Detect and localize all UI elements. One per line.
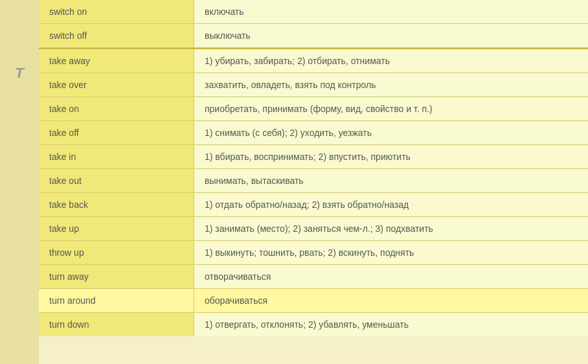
phrase-table: switch onвключатьswitch offвыключатьtake… [39, 0, 588, 336]
phrase-row[interactable]: take up1) занимать (место); 2) заняться … [39, 217, 588, 241]
page-wrapper: T switch onвключатьswitch offвыключатьta… [0, 0, 588, 364]
phrase-row[interactable]: take back1) отдать обратно/назад; 2) взя… [39, 193, 588, 217]
phrase-english-turn-down: turn down [39, 313, 194, 336]
phrase-english-take-up: take up [39, 217, 194, 240]
phrase-russian-switch-on: включать [194, 0, 588, 23]
phrase-row[interactable]: take off1) снимать (с себя); 2) уходить,… [39, 121, 588, 145]
phrase-row[interactable]: switch offвыключать [39, 24, 588, 48]
phrase-row[interactable]: take outвынимать, вытаскивать [39, 169, 588, 193]
phrase-row[interactable]: take onприобретать, принимать (форму, ви… [39, 97, 588, 121]
phrase-row[interactable]: take in1) вбирать, воспринимать; 2) впус… [39, 145, 588, 169]
phrase-english-take-back: take back [39, 193, 194, 216]
phrase-english-take-on: take on [39, 97, 194, 120]
phrase-row[interactable]: switch onвключать [39, 0, 588, 24]
phrase-russian-take-back: 1) отдать обратно/назад; 2) взять обратн… [194, 193, 588, 216]
letter-sidebar: T [0, 0, 39, 364]
content-area: switch onвключатьswitch offвыключатьtake… [39, 0, 588, 364]
phrase-russian-turn-around: оборачиваться [194, 289, 588, 312]
phrase-english-take-in: take in [39, 145, 194, 168]
phrase-english-throw-up: throw up [39, 241, 194, 264]
letter-marker: T [15, 65, 23, 82]
phrase-english-take-off: take off [39, 121, 194, 144]
phrase-row[interactable]: take away1) убирать, забирать; 2) отбира… [39, 48, 588, 73]
phrase-russian-throw-up: 1) выкинуть; тошнить, рвать; 2) вскинуть… [194, 241, 588, 264]
phrase-russian-take-on: приобретать, принимать (форму, вид, свой… [194, 97, 588, 120]
phrase-english-turn-around: turn around [39, 289, 194, 312]
phrase-row[interactable]: turn awayотворачиваться [39, 265, 588, 289]
phrase-english-take-over: take over [39, 73, 194, 97]
phrase-russian-take-out: вынимать, вытаскивать [194, 169, 588, 192]
phrase-russian-take-away: 1) убирать, забирать; 2) отбирать, отним… [194, 49, 588, 73]
phrase-row[interactable]: turn down1) отвергать, отклонять; 2) уба… [39, 313, 588, 336]
phrase-russian-turn-away: отворачиваться [194, 265, 588, 288]
phrase-english-switch-off: switch off [39, 24, 194, 47]
phrase-english-turn-away: turn away [39, 265, 194, 288]
phrase-russian-switch-off: выключать [194, 24, 588, 47]
phrase-russian-turn-down: 1) отвергать, отклонять; 2) убавлять, ум… [194, 313, 588, 336]
phrase-row[interactable]: throw up1) выкинуть; тошнить, рвать; 2) … [39, 241, 588, 265]
phrase-russian-take-up: 1) занимать (место); 2) заняться чем-л.;… [194, 217, 588, 240]
phrase-row[interactable]: take overзахватить, овладеть, взять под … [39, 73, 588, 97]
phrase-english-take-away: take away [39, 49, 194, 73]
phrase-russian-take-in: 1) вбирать, воспринимать; 2) впустить, п… [194, 145, 588, 168]
phrase-row[interactable]: turn aroundоборачиваться [39, 289, 588, 313]
phrase-russian-take-over: захватить, овладеть, взять под контроль [194, 73, 588, 97]
phrase-english-switch-on: switch on [39, 0, 194, 23]
phrase-russian-take-off: 1) снимать (с себя); 2) уходить, уезжать [194, 121, 588, 144]
phrase-english-take-out: take out [39, 169, 194, 192]
